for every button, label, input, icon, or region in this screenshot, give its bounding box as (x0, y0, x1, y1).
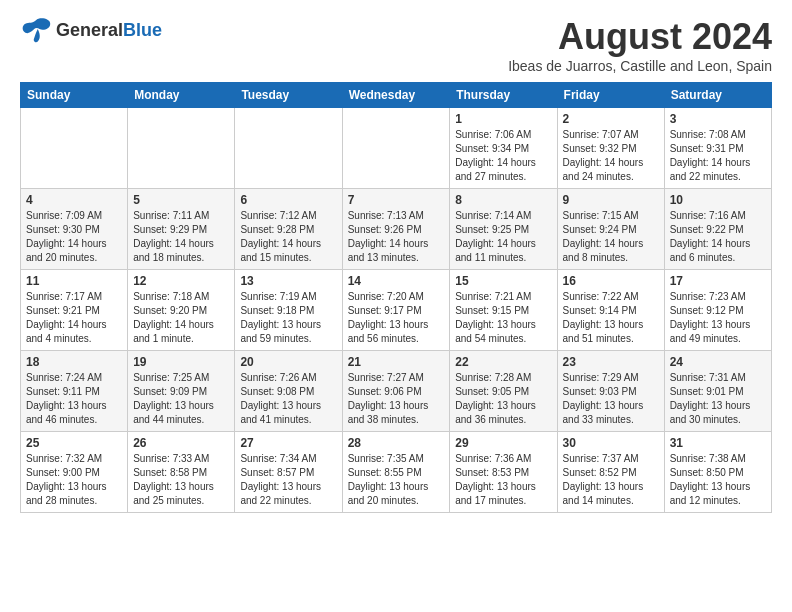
day-info: Sunrise: 7:26 AM Sunset: 9:08 PM Dayligh… (240, 371, 336, 427)
day-number: 15 (455, 274, 551, 288)
day-info: Sunrise: 7:32 AM Sunset: 9:00 PM Dayligh… (26, 452, 122, 508)
calendar-cell: 19Sunrise: 7:25 AM Sunset: 9:09 PM Dayli… (128, 351, 235, 432)
weekday-header-wednesday: Wednesday (342, 83, 450, 108)
weekday-header-thursday: Thursday (450, 83, 557, 108)
weekday-header-monday: Monday (128, 83, 235, 108)
day-info: Sunrise: 7:09 AM Sunset: 9:30 PM Dayligh… (26, 209, 122, 265)
day-number: 23 (563, 355, 659, 369)
day-number: 16 (563, 274, 659, 288)
day-number: 30 (563, 436, 659, 450)
calendar-cell: 25Sunrise: 7:32 AM Sunset: 9:00 PM Dayli… (21, 432, 128, 513)
day-info: Sunrise: 7:21 AM Sunset: 9:15 PM Dayligh… (455, 290, 551, 346)
calendar-cell: 26Sunrise: 7:33 AM Sunset: 8:58 PM Dayli… (128, 432, 235, 513)
month-title: August 2024 (508, 16, 772, 58)
day-info: Sunrise: 7:33 AM Sunset: 8:58 PM Dayligh… (133, 452, 229, 508)
calendar-cell: 22Sunrise: 7:28 AM Sunset: 9:05 PM Dayli… (450, 351, 557, 432)
calendar-week-2: 4Sunrise: 7:09 AM Sunset: 9:30 PM Daylig… (21, 189, 772, 270)
weekday-header-row: SundayMondayTuesdayWednesdayThursdayFrid… (21, 83, 772, 108)
calendar-cell: 27Sunrise: 7:34 AM Sunset: 8:57 PM Dayli… (235, 432, 342, 513)
day-info: Sunrise: 7:31 AM Sunset: 9:01 PM Dayligh… (670, 371, 766, 427)
day-info: Sunrise: 7:06 AM Sunset: 9:34 PM Dayligh… (455, 128, 551, 184)
calendar-cell: 16Sunrise: 7:22 AM Sunset: 9:14 PM Dayli… (557, 270, 664, 351)
weekday-header-saturday: Saturday (664, 83, 771, 108)
day-info: Sunrise: 7:23 AM Sunset: 9:12 PM Dayligh… (670, 290, 766, 346)
calendar-cell (21, 108, 128, 189)
calendar-cell: 21Sunrise: 7:27 AM Sunset: 9:06 PM Dayli… (342, 351, 450, 432)
day-number: 5 (133, 193, 229, 207)
day-info: Sunrise: 7:19 AM Sunset: 9:18 PM Dayligh… (240, 290, 336, 346)
day-info: Sunrise: 7:35 AM Sunset: 8:55 PM Dayligh… (348, 452, 445, 508)
day-number: 10 (670, 193, 766, 207)
day-number: 20 (240, 355, 336, 369)
day-info: Sunrise: 7:34 AM Sunset: 8:57 PM Dayligh… (240, 452, 336, 508)
calendar-cell: 5Sunrise: 7:11 AM Sunset: 9:29 PM Daylig… (128, 189, 235, 270)
calendar-week-5: 25Sunrise: 7:32 AM Sunset: 9:00 PM Dayli… (21, 432, 772, 513)
day-info: Sunrise: 7:36 AM Sunset: 8:53 PM Dayligh… (455, 452, 551, 508)
day-number: 9 (563, 193, 659, 207)
day-number: 31 (670, 436, 766, 450)
calendar-cell (342, 108, 450, 189)
calendar-cell: 4Sunrise: 7:09 AM Sunset: 9:30 PM Daylig… (21, 189, 128, 270)
calendar-cell: 20Sunrise: 7:26 AM Sunset: 9:08 PM Dayli… (235, 351, 342, 432)
calendar-cell: 8Sunrise: 7:14 AM Sunset: 9:25 PM Daylig… (450, 189, 557, 270)
day-number: 11 (26, 274, 122, 288)
day-number: 7 (348, 193, 445, 207)
day-number: 24 (670, 355, 766, 369)
day-number: 12 (133, 274, 229, 288)
calendar-table: SundayMondayTuesdayWednesdayThursdayFrid… (20, 82, 772, 513)
day-info: Sunrise: 7:12 AM Sunset: 9:28 PM Dayligh… (240, 209, 336, 265)
day-info: Sunrise: 7:22 AM Sunset: 9:14 PM Dayligh… (563, 290, 659, 346)
calendar-cell: 24Sunrise: 7:31 AM Sunset: 9:01 PM Dayli… (664, 351, 771, 432)
day-number: 3 (670, 112, 766, 126)
day-number: 22 (455, 355, 551, 369)
calendar-week-1: 1Sunrise: 7:06 AM Sunset: 9:34 PM Daylig… (21, 108, 772, 189)
calendar-cell: 14Sunrise: 7:20 AM Sunset: 9:17 PM Dayli… (342, 270, 450, 351)
weekday-header-tuesday: Tuesday (235, 83, 342, 108)
title-block: August 2024 Ibeas de Juarros, Castille a… (508, 16, 772, 74)
day-info: Sunrise: 7:17 AM Sunset: 9:21 PM Dayligh… (26, 290, 122, 346)
calendar-cell: 29Sunrise: 7:36 AM Sunset: 8:53 PM Dayli… (450, 432, 557, 513)
calendar-cell: 18Sunrise: 7:24 AM Sunset: 9:11 PM Dayli… (21, 351, 128, 432)
location-subtitle: Ibeas de Juarros, Castille and Leon, Spa… (508, 58, 772, 74)
logo: GeneralBlue (20, 16, 162, 44)
calendar-cell: 31Sunrise: 7:38 AM Sunset: 8:50 PM Dayli… (664, 432, 771, 513)
calendar-cell: 30Sunrise: 7:37 AM Sunset: 8:52 PM Dayli… (557, 432, 664, 513)
calendar-cell (128, 108, 235, 189)
day-number: 19 (133, 355, 229, 369)
calendar-cell: 13Sunrise: 7:19 AM Sunset: 9:18 PM Dayli… (235, 270, 342, 351)
day-number: 21 (348, 355, 445, 369)
day-number: 13 (240, 274, 336, 288)
calendar-cell: 10Sunrise: 7:16 AM Sunset: 9:22 PM Dayli… (664, 189, 771, 270)
calendar-cell: 28Sunrise: 7:35 AM Sunset: 8:55 PM Dayli… (342, 432, 450, 513)
calendar-week-3: 11Sunrise: 7:17 AM Sunset: 9:21 PM Dayli… (21, 270, 772, 351)
day-info: Sunrise: 7:16 AM Sunset: 9:22 PM Dayligh… (670, 209, 766, 265)
calendar-cell: 11Sunrise: 7:17 AM Sunset: 9:21 PM Dayli… (21, 270, 128, 351)
day-number: 29 (455, 436, 551, 450)
day-info: Sunrise: 7:07 AM Sunset: 9:32 PM Dayligh… (563, 128, 659, 184)
weekday-header-sunday: Sunday (21, 83, 128, 108)
day-info: Sunrise: 7:08 AM Sunset: 9:31 PM Dayligh… (670, 128, 766, 184)
calendar-week-4: 18Sunrise: 7:24 AM Sunset: 9:11 PM Dayli… (21, 351, 772, 432)
day-number: 25 (26, 436, 122, 450)
day-info: Sunrise: 7:11 AM Sunset: 9:29 PM Dayligh… (133, 209, 229, 265)
day-number: 28 (348, 436, 445, 450)
calendar-cell: 1Sunrise: 7:06 AM Sunset: 9:34 PM Daylig… (450, 108, 557, 189)
calendar-cell: 23Sunrise: 7:29 AM Sunset: 9:03 PM Dayli… (557, 351, 664, 432)
page-header: GeneralBlue August 2024 Ibeas de Juarros… (20, 16, 772, 74)
day-info: Sunrise: 7:25 AM Sunset: 9:09 PM Dayligh… (133, 371, 229, 427)
day-info: Sunrise: 7:27 AM Sunset: 9:06 PM Dayligh… (348, 371, 445, 427)
calendar-cell: 3Sunrise: 7:08 AM Sunset: 9:31 PM Daylig… (664, 108, 771, 189)
day-info: Sunrise: 7:13 AM Sunset: 9:26 PM Dayligh… (348, 209, 445, 265)
day-number: 8 (455, 193, 551, 207)
day-number: 18 (26, 355, 122, 369)
day-number: 6 (240, 193, 336, 207)
day-info: Sunrise: 7:24 AM Sunset: 9:11 PM Dayligh… (26, 371, 122, 427)
calendar-cell: 2Sunrise: 7:07 AM Sunset: 9:32 PM Daylig… (557, 108, 664, 189)
day-number: 4 (26, 193, 122, 207)
calendar-cell (235, 108, 342, 189)
day-number: 14 (348, 274, 445, 288)
calendar-cell: 15Sunrise: 7:21 AM Sunset: 9:15 PM Dayli… (450, 270, 557, 351)
day-info: Sunrise: 7:18 AM Sunset: 9:20 PM Dayligh… (133, 290, 229, 346)
day-number: 27 (240, 436, 336, 450)
calendar-cell: 7Sunrise: 7:13 AM Sunset: 9:26 PM Daylig… (342, 189, 450, 270)
